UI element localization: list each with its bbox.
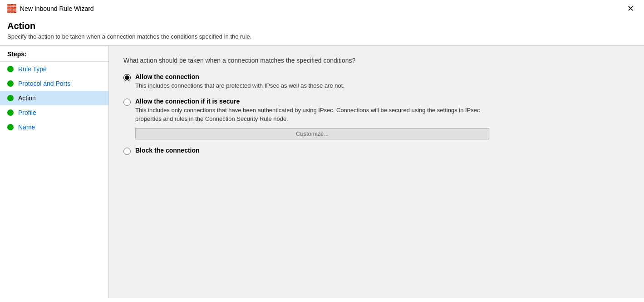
radio-desc-allow-secure: This includes only connections that have… xyxy=(135,106,489,124)
page-title: Action xyxy=(7,21,637,31)
radio-allow-secure[interactable] xyxy=(123,99,131,106)
close-button[interactable]: ✕ xyxy=(624,4,637,14)
window-title: New Inbound Rule Wizard xyxy=(20,5,94,12)
customize-button[interactable]: Customize... xyxy=(135,128,489,139)
step-dot-name xyxy=(7,124,14,130)
page-subtitle: Specify the action to be taken when a co… xyxy=(7,33,637,40)
radio-allow[interactable] xyxy=(123,74,131,81)
radio-block[interactable] xyxy=(123,148,131,155)
radio-content-allow: Allow the connectionThis includes connec… xyxy=(135,73,344,90)
step-dot-action xyxy=(7,95,14,101)
radio-content-block: Block the connection xyxy=(135,147,200,155)
radio-label-allow: Allow the connection xyxy=(135,73,344,80)
sidebar-item-action[interactable]: Action xyxy=(0,91,108,105)
radio-label-allow-secure: Allow the connection if it is secure xyxy=(135,98,489,105)
radio-option-allow: Allow the connectionThis includes connec… xyxy=(123,73,629,90)
step-label-profile: Profile xyxy=(18,109,36,116)
radio-option-block: Block the connection xyxy=(123,147,629,155)
step-dot-profile xyxy=(7,109,14,116)
step-dot-protocol-ports xyxy=(7,80,14,87)
page-header: Action Specify the action to be taken wh… xyxy=(0,17,644,46)
action-question: What action should be taken when a conne… xyxy=(123,57,629,64)
step-label-rule-type: Rule Type xyxy=(18,65,47,73)
sidebar-item-protocol-ports[interactable]: Protocol and Ports xyxy=(0,76,108,91)
radio-label-block: Block the connection xyxy=(135,147,200,154)
radio-content-allow-secure: Allow the connection if it is secureThis… xyxy=(135,98,489,139)
step-label-name: Name xyxy=(18,124,35,131)
step-dot-rule-type xyxy=(7,66,14,72)
sidebar-item-profile[interactable]: Profile xyxy=(0,105,108,120)
sidebar-item-name[interactable]: Name xyxy=(0,120,108,134)
steps-list: Rule TypeProtocol and PortsActionProfile… xyxy=(0,62,108,134)
window-icon: 🧱 xyxy=(7,4,16,13)
radio-options-list: Allow the connectionThis includes connec… xyxy=(123,73,629,155)
title-bar-left: 🧱 New Inbound Rule Wizard xyxy=(7,4,94,13)
action-panel: What action should be taken when a conne… xyxy=(109,46,644,298)
steps-header: Steps: xyxy=(0,46,108,62)
radio-desc-allow: This includes connections that are prote… xyxy=(135,81,344,90)
main-content: Steps: Rule TypeProtocol and PortsAction… xyxy=(0,46,644,298)
step-label-action: Action xyxy=(18,94,36,102)
radio-option-allow-secure: Allow the connection if it is secureThis… xyxy=(123,98,629,139)
title-bar: 🧱 New Inbound Rule Wizard ✕ xyxy=(0,0,644,17)
sidebar-item-rule-type[interactable]: Rule Type xyxy=(0,62,108,76)
steps-panel: Steps: Rule TypeProtocol and PortsAction… xyxy=(0,46,109,298)
step-label-protocol-ports: Protocol and Ports xyxy=(18,80,70,87)
